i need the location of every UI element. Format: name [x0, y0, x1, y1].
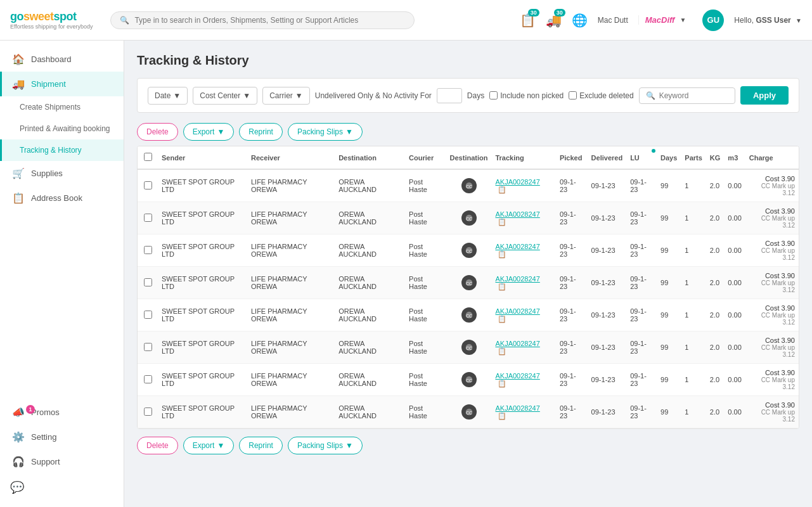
copy-icon[interactable]: 📋: [498, 186, 506, 193]
tracking-link[interactable]: AKJA0028247: [495, 340, 539, 347]
col-destination2: Destination: [446, 146, 492, 169]
col-charge: Charge: [745, 146, 799, 169]
table-row: SWEET SPOT GROUP LTD LIFE PHARMACY OREWA…: [138, 364, 799, 396]
copy-icon[interactable]: 📋: [498, 380, 506, 387]
row-parts: 1: [681, 169, 706, 202]
row-courier-badge-cell: CC: [446, 169, 492, 202]
chat-icon-wrap[interactable]: 💬: [0, 474, 124, 501]
svg-text:CC: CC: [465, 184, 472, 189]
row-checkbox-1[interactable]: [144, 214, 152, 222]
date-filter-btn[interactable]: Date ▼: [148, 87, 188, 105]
tracking-link[interactable]: AKJA0028247: [495, 243, 539, 250]
row-charge: Cost 3.90 CC Mark up 3.12: [745, 396, 799, 428]
sidebar-item-address-book[interactable]: 📋 Address Book: [0, 186, 124, 210]
sidebar-item-promos[interactable]: 📣 Promos 1: [0, 400, 124, 425]
export-button-top[interactable]: Export ▼: [183, 123, 235, 141]
row-sender: SWEET SPOT GROUP LTD: [158, 396, 247, 428]
row-checkbox-7[interactable]: [144, 408, 152, 416]
user-chevron-icon: ▼: [796, 17, 802, 24]
tracking-link[interactable]: AKJA0028247: [495, 210, 539, 218]
tracking-link[interactable]: AKJA0028247: [495, 178, 539, 186]
row-checkbox-5[interactable]: [144, 343, 152, 351]
charge-cost: Cost 3.90: [749, 401, 795, 409]
col-parts: Parts: [681, 146, 706, 169]
row-days: 99: [657, 331, 681, 364]
row-parts: 1: [681, 202, 706, 234]
carrier-filter-btn[interactable]: Carrier ▼: [262, 87, 310, 105]
col-destination1: Destination: [335, 146, 405, 169]
globe-icon-wrap[interactable]: 🌐: [572, 13, 588, 28]
charge-markup: CC Mark up 3.12: [749, 376, 795, 390]
copy-icon[interactable]: 📋: [498, 347, 506, 355]
keyword-search-icon: 🔍: [646, 91, 655, 100]
row-checkbox-6[interactable]: [144, 375, 152, 383]
sidebar-item-label: Setting: [31, 432, 56, 442]
copy-icon[interactable]: 📋: [498, 283, 506, 290]
include-non-picked-checkbox[interactable]: Include non picked: [489, 91, 564, 100]
orders-icon-wrap[interactable]: 30 📋: [520, 13, 536, 28]
orders-badge: 30: [528, 9, 539, 16]
shipments-icon-wrap[interactable]: 30 🚚: [546, 13, 562, 28]
row-delivered: 09-1-23: [588, 331, 627, 364]
row-checkbox-0[interactable]: [144, 181, 152, 189]
cost-center-filter-btn[interactable]: Cost Center ▼: [193, 87, 257, 105]
row-days: 99: [657, 267, 681, 299]
courier-icon: CC: [465, 246, 474, 255]
sidebar-item-shipment[interactable]: 🚚 Shipment: [0, 72, 124, 96]
packing-slips-label-top: Packing Slips: [297, 127, 343, 136]
svg-text:CC: CC: [465, 281, 472, 286]
days-input[interactable]: [437, 88, 462, 103]
sidebar-item-setting[interactable]: ⚙️ Setting: [0, 425, 124, 449]
keyword-input[interactable]: [659, 91, 728, 100]
sidebar-item-tracking-history[interactable]: Tracking & History: [0, 139, 124, 161]
sidebar-item-create-shipments[interactable]: Create Shipments: [0, 96, 124, 118]
brand-section[interactable]: MacDiff ▼: [638, 15, 693, 25]
copy-icon[interactable]: 📋: [498, 412, 506, 420]
sidebar-item-supplies[interactable]: 🛒 Supplies: [0, 161, 124, 186]
reprint-button-bottom[interactable]: Reprint: [239, 437, 283, 454]
packing-slips-button-top[interactable]: Packing Slips ▼: [288, 123, 363, 141]
select-all-checkbox[interactable]: [144, 153, 152, 161]
sidebar-item-printed-awaiting[interactable]: Printed & Awaiting booking: [0, 118, 124, 139]
tracking-link[interactable]: AKJA0028247: [495, 307, 539, 315]
courier-badge: CC: [461, 275, 477, 290]
sidebar-item-dashboard[interactable]: 🏠 Dashboard: [0, 47, 124, 72]
export-button-bottom[interactable]: Export ▼: [183, 437, 235, 454]
sidebar-item-support[interactable]: 🎧 Support: [0, 449, 124, 474]
tracking-link[interactable]: AKJA0028247: [495, 275, 539, 283]
row-checkbox-cell: [138, 234, 158, 267]
row-picked: 09-1-23: [556, 364, 588, 396]
row-picked: 09-1-23: [556, 299, 588, 331]
tracking-link[interactable]: AKJA0028247: [495, 372, 539, 380]
packing-slips-chevron-icon: ▼: [345, 127, 353, 136]
packing-slips-label-bottom: Packing Slips: [297, 441, 343, 450]
copy-icon[interactable]: 📋: [498, 218, 506, 226]
row-picked: 09-1-23: [556, 234, 588, 267]
copy-icon[interactable]: 📋: [498, 315, 506, 323]
search-bar[interactable]: 🔍: [110, 11, 415, 29]
delete-button-top[interactable]: Delete: [137, 123, 178, 141]
row-kg: 2.0: [706, 331, 725, 364]
tracking-link[interactable]: AKJA0028247: [495, 404, 539, 412]
reprint-button-top[interactable]: Reprint: [239, 123, 283, 141]
row-destination1: OREWA AUCKLAND: [335, 267, 405, 299]
row-parts: 1: [681, 267, 706, 299]
row-checkbox-2[interactable]: [144, 246, 152, 254]
row-destination1: OREWA AUCKLAND: [335, 396, 405, 428]
exclude-deleted-checkbox[interactable]: Exclude deleted: [569, 91, 633, 100]
exclude-deleted-input[interactable]: [569, 91, 577, 99]
packing-slips-button-bottom[interactable]: Packing Slips ▼: [288, 437, 363, 454]
row-delivered: 09-1-23: [588, 299, 627, 331]
keyword-input-wrap[interactable]: 🔍: [639, 87, 735, 104]
apply-button[interactable]: Apply: [740, 86, 789, 105]
include-non-picked-input[interactable]: [489, 91, 498, 99]
delete-button-bottom[interactable]: Delete: [137, 437, 178, 454]
row-checkbox-cell: [138, 396, 158, 428]
address-book-icon: 📋: [12, 192, 25, 204]
row-checkbox-4[interactable]: [144, 311, 152, 319]
copy-icon[interactable]: 📋: [498, 250, 506, 258]
search-input[interactable]: [134, 16, 405, 25]
row-checkbox-3[interactable]: [144, 278, 152, 286]
col-picked: Picked: [556, 146, 588, 169]
cost-center-filter-label: Cost Center: [200, 91, 240, 100]
